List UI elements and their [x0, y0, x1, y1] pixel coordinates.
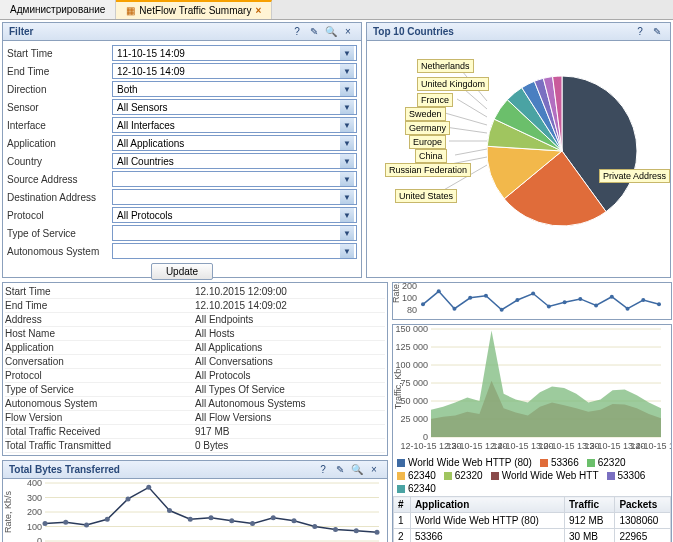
pie-label: United States [395, 189, 457, 203]
filter-row-sensor: Sensor All Sensors▼ [7, 99, 357, 115]
svg-point-35 [354, 528, 359, 533]
svg-point-31 [271, 515, 276, 520]
svg-line-3 [445, 113, 487, 125]
summary-panel: Start Time12.10.2015 12:09:00End Time12.… [2, 282, 388, 456]
rate-sparkline-panel: 20010080Rate, Kb [392, 282, 672, 320]
svg-text:75 000: 75 000 [400, 378, 428, 388]
legend-item: World Wide Web HTT [491, 470, 599, 481]
filter-label: Direction [7, 84, 112, 95]
pie-label: Russian Federation [385, 163, 471, 177]
filter-row-start-time: Start Time 11-10-15 14:09▼ [7, 45, 357, 61]
filter-select[interactable]: All Protocols▼ [112, 207, 357, 223]
svg-point-55 [452, 307, 456, 311]
filter-select[interactable]: All Countries▼ [112, 153, 357, 169]
filter-select[interactable]: ▼ [112, 225, 357, 241]
update-button[interactable]: Update [151, 263, 213, 280]
svg-point-60 [531, 292, 535, 296]
filter-label: Country [7, 156, 112, 167]
filter-label: Interface [7, 120, 112, 131]
edit-icon[interactable]: ✎ [307, 25, 321, 39]
tab-admin[interactable]: Администрирование [0, 0, 116, 19]
search-icon[interactable]: 🔍 [324, 25, 338, 39]
summary-row: Autonomous SystemAll Autonomous Systems [5, 397, 385, 411]
svg-point-53 [421, 302, 425, 306]
summary-row: Type of ServiceAll Types Of Service [5, 383, 385, 397]
chevron-down-icon: ▼ [340, 118, 354, 132]
summary-row: End Time12.10.2015 14:09:02 [5, 299, 385, 313]
filter-row-application: Application All Applications▼ [7, 135, 357, 151]
summary-row: AddressAll Endpoints [5, 313, 385, 327]
close-icon[interactable]: × [367, 463, 381, 477]
table-row[interactable]: 25336630 MB22965 [394, 529, 671, 543]
filter-label: Sensor [7, 102, 112, 113]
top-countries-panel: Top 10 Countries ? ✎ NetherlandsUnited K… [366, 22, 671, 278]
svg-point-22 [84, 523, 89, 528]
svg-text:100: 100 [27, 522, 42, 532]
table-header: Traffic [565, 497, 615, 513]
bytes-title: Total Bytes Transferred [9, 464, 120, 475]
svg-point-64 [594, 303, 598, 307]
filter-label: Protocol [7, 210, 112, 221]
help-icon[interactable]: ? [290, 25, 304, 39]
help-icon[interactable]: ? [633, 25, 647, 39]
filter-label: Type of Service [7, 228, 112, 239]
chevron-down-icon: ▼ [340, 226, 354, 240]
table-header: Packets [615, 497, 671, 513]
filter-label: Source Address [7, 174, 112, 185]
svg-point-54 [437, 289, 441, 293]
close-icon[interactable]: × [341, 25, 355, 39]
filter-row-type-of-service: Type of Service ▼ [7, 225, 357, 241]
filter-select[interactable]: ▼ [112, 243, 357, 259]
legend-item: 62340 [397, 483, 436, 494]
traffic-panel: 025 00050 00075 000100 000125 000150 000… [392, 324, 672, 542]
svg-text:80: 80 [407, 305, 417, 315]
chevron-down-icon: ▼ [340, 208, 354, 222]
chevron-down-icon: ▼ [340, 244, 354, 258]
summary-row: ConversationAll Conversations [5, 355, 385, 369]
svg-point-65 [610, 295, 614, 299]
filter-panel: Filter ? ✎ 🔍 × Start Time 11-10-15 14:09… [2, 22, 362, 278]
filter-label: End Time [7, 66, 112, 77]
svg-point-59 [515, 298, 519, 302]
tab-netflow[interactable]: ▦ NetFlow Traffic Summary × [116, 0, 272, 19]
chevron-down-icon: ▼ [340, 172, 354, 186]
filter-select[interactable]: All Sensors▼ [112, 99, 357, 115]
legend-item: 62320 [587, 457, 626, 468]
filter-select[interactable]: All Applications▼ [112, 135, 357, 151]
svg-point-67 [641, 298, 645, 302]
filter-select[interactable]: ▼ [112, 171, 357, 187]
filter-select[interactable]: All Interfaces▼ [112, 117, 357, 133]
table-header: Application [410, 497, 564, 513]
filter-row-direction: Direction Both▼ [7, 81, 357, 97]
pie-chart: NetherlandsUnited KingdomFranceSwedenGer… [367, 41, 670, 261]
edit-icon[interactable]: ✎ [333, 463, 347, 477]
svg-text:400: 400 [27, 479, 42, 488]
tab-bar: Администрирование ▦ NetFlow Traffic Summ… [0, 0, 673, 20]
summary-row: Total Traffic Transmitted0 Bytes [5, 439, 385, 453]
filter-row-destination-address: Destination Address ▼ [7, 189, 357, 205]
svg-text:200: 200 [402, 283, 417, 291]
svg-line-6 [455, 149, 487, 155]
filter-select[interactable]: 12-10-15 14:09▼ [112, 63, 357, 79]
svg-point-33 [312, 524, 317, 529]
application-table: #ApplicationTrafficPackets1World Wide We… [393, 496, 671, 542]
pie-label: Private Address [599, 169, 670, 183]
close-icon[interactable]: × [255, 5, 261, 16]
filter-select[interactable]: Both▼ [112, 81, 357, 97]
filter-select[interactable]: ▼ [112, 189, 357, 205]
pie-label: United Kingdom [417, 77, 489, 91]
edit-icon[interactable]: ✎ [650, 25, 664, 39]
pie-label: Sweden [405, 107, 446, 121]
svg-point-24 [126, 496, 131, 501]
table-row[interactable]: 1World Wide Web HTTP (80)912 MB1308060 [394, 513, 671, 529]
svg-point-21 [63, 520, 68, 525]
svg-point-20 [43, 521, 48, 526]
help-icon[interactable]: ? [316, 463, 330, 477]
svg-point-27 [188, 517, 193, 522]
svg-text:100: 100 [402, 293, 417, 303]
svg-point-58 [500, 308, 504, 312]
search-icon[interactable]: 🔍 [350, 463, 364, 477]
pie-label: China [415, 149, 447, 163]
filter-select[interactable]: 11-10-15 14:09▼ [112, 45, 357, 61]
bytes-panel: Total Bytes Transferred ? ✎ 🔍 × 01002003… [2, 460, 388, 542]
